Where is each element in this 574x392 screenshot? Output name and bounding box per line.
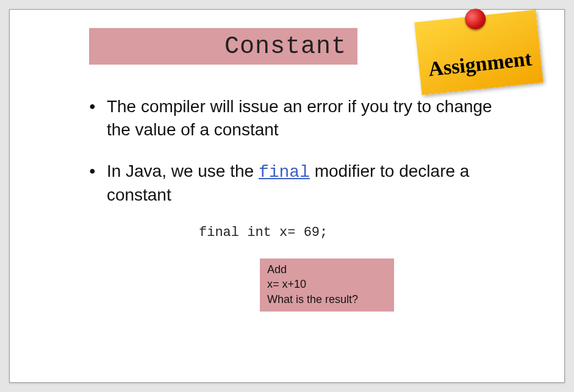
pushpin-icon: [464, 8, 487, 30]
code-example: final int x= 69;: [199, 225, 509, 240]
bullet-marker-icon: ●: [89, 99, 96, 113]
slide: Constant Assignment ● The compiler will …: [9, 9, 565, 383]
bullet-text-prefix: In Java, we use the: [107, 162, 259, 180]
bullet-marker-icon: ●: [89, 163, 96, 178]
sticky-note: Assignment: [414, 10, 543, 95]
bullet-item: ● The compiler will issue an error if yo…: [89, 95, 509, 141]
bullet-text: In Java, we use the final modifier to de…: [107, 160, 509, 207]
question-line: Add: [267, 262, 387, 277]
title-background: Constant: [89, 28, 357, 65]
slide-title: Constant: [224, 33, 346, 60]
sticky-note-text: Assignment: [427, 47, 533, 81]
title-row: Constant Assignment: [89, 28, 534, 65]
bullet-text: The compiler will issue an error if you …: [107, 95, 509, 141]
code-keyword-final: final: [259, 163, 310, 182]
slide-content: ● The compiler will issue an error if yo…: [40, 95, 534, 312]
question-line: x= x+10: [267, 277, 387, 291]
bullet-item: ● In Java, we use the final modifier to …: [89, 160, 509, 207]
question-line: What is the result?: [267, 292, 387, 307]
question-box: Add x= x+10 What is the result?: [260, 258, 394, 312]
